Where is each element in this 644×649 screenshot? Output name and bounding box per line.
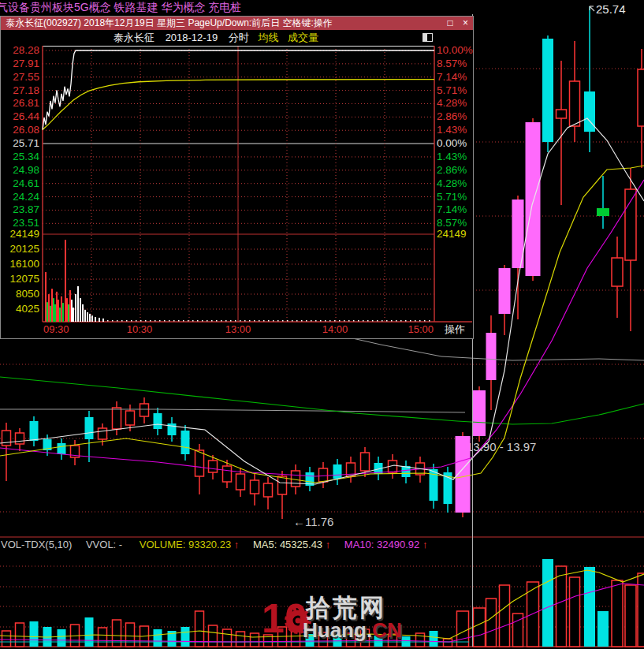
chart-date: 2018-12-19 [166,32,218,43]
tab-fenshi[interactable]: 分时 [229,32,249,43]
watermark-domain-cn: CN [372,618,402,642]
ma5-value: MA5: 45325.43 [253,539,322,550]
close-button[interactable]: × [463,17,468,28]
volume-indicator-bar: VOL-TDX(5,10) VVOL: - VOLUME: 93320.23 ↑… [1,538,644,551]
percent-axis-label: 8.57% [437,58,473,70]
percent-axis-label: 5.71% [437,84,473,97]
tab-chengjiaoliang[interactable]: 成交量 [288,32,318,43]
price-axis-label: 26.81 [1,97,39,110]
percent-axis-label: 1.43% [437,124,473,136]
popup-title-bar[interactable]: 泰永长征(002927) 2018年12月19日 星期三 PageUp/Down… [1,17,473,30]
price-axis-label: 24.24 [1,191,39,203]
percent-axis-label: 7.14% [437,203,473,216]
minute-chart-canvas[interactable]: 09:3010:3013:0014:0015:00操作 [1,46,475,340]
percent-axis-label: 1.43% [437,151,473,163]
volume-axis-label: 24149 [1,228,39,241]
percent-axis-label: 10.00% [437,44,473,57]
percent-axis-label: 2.86% [437,110,473,123]
percent-axis-label: 4.28% [437,177,473,190]
time-label: 10:30 [127,323,153,335]
price-axis-label: 26.08 [1,124,39,136]
volume-axis-label: 4025 [1,303,39,315]
volume-value: VOLUME: 93320.23 [140,539,231,550]
popup-title: 泰永长征(002927) 2018年12月19日 星期三 PageUp/Down… [6,17,333,28]
price-axis-label: 24.98 [1,164,39,177]
stock-name: 泰永长征 [114,32,154,43]
time-label: 14:00 [322,323,348,335]
percent-axis-label: 4.28% [437,97,473,110]
volume-axis-label: 16100 [1,258,39,270]
vvol-value: VVOL: - [86,539,122,550]
price-axis-label: 28.28 [1,44,39,57]
price-axis-label: 27.91 [1,58,39,70]
intraday-popup-window: 泰永长征(002927) 2018年12月19日 星期三 PageUp/Down… [0,16,474,339]
concept-sector-strip[interactable]: 气设备贵州板块5G概念 铁路基建 华为概念 充电桩 [0,0,643,14]
up-arrow-icon: ↑ [326,539,331,550]
watermark-domain: Huang. [303,618,372,642]
action-button[interactable]: 操作 [444,323,465,335]
up-arrow-icon: ↑ [423,539,428,550]
volume-axis-label: 24149 [437,228,473,241]
maximize-button[interactable]: □ [447,17,452,28]
price-axis-label: 26.44 [1,110,39,123]
time-label: 09:30 [43,323,69,335]
time-label: 15:00 [408,323,434,335]
percent-axis-label: 2.86% [437,164,473,177]
price-axis-label: 27.18 [1,84,39,97]
percent-axis-label: 7.14% [437,71,473,84]
price-axis-label: 25.71 [1,137,39,150]
volume-axis-label: 20125 [1,243,39,255]
popup-chart-header: 泰永长征 2018-12-19 分时 均线 成交量 [1,30,473,46]
volume-axis-label: 12075 [1,273,39,285]
indicator-name: VOL-TDX(5,10) [1,539,72,550]
ma10-value: MA10: 32490.92 [344,539,419,550]
up-arrow-icon: ↑ [234,539,240,550]
volume-axis-label: 8050 [1,288,39,300]
watermark: 10 拾荒网 Huang.CN [262,591,408,647]
panel-layout-icon[interactable] [423,33,433,42]
low-price-annotation: ←11.76 [293,515,333,528]
percent-axis-label: 0.00% [437,137,473,150]
time-label: 13:00 [225,323,251,335]
price-axis-label: 27.55 [1,71,39,84]
price-axis-label: 24.61 [1,177,39,190]
price-axis-label: 25.34 [1,151,39,163]
trading-app-window: 13.90 - 13.9725.74←11.76 气设备贵州板块5G概念 铁路基… [0,0,644,649]
tab-junxian[interactable]: 均线 [258,32,278,43]
price-axis-label: 23.87 [1,203,39,216]
percent-axis-label: 5.71% [437,191,473,203]
